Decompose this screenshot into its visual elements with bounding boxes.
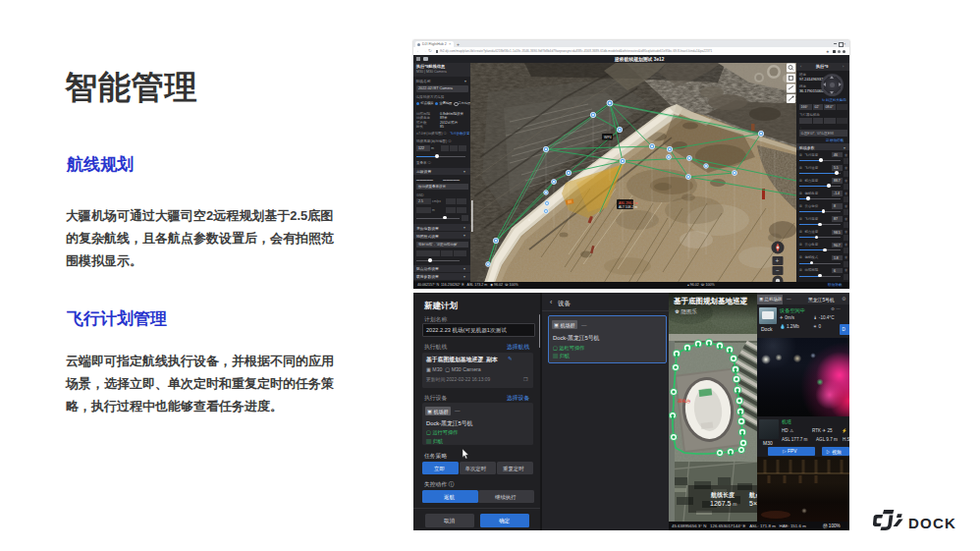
svg-text:ALT 108.2 m: ALT 108.2 m bbox=[619, 204, 637, 208]
svg-text:+: + bbox=[776, 257, 780, 264]
svg-text:WP4: WP4 bbox=[604, 135, 612, 138]
svg-text:−: − bbox=[776, 266, 780, 273]
svg-text:花礼台: 花礼台 bbox=[677, 399, 691, 404]
svg-text:DOCK: DOCK bbox=[908, 515, 956, 531]
